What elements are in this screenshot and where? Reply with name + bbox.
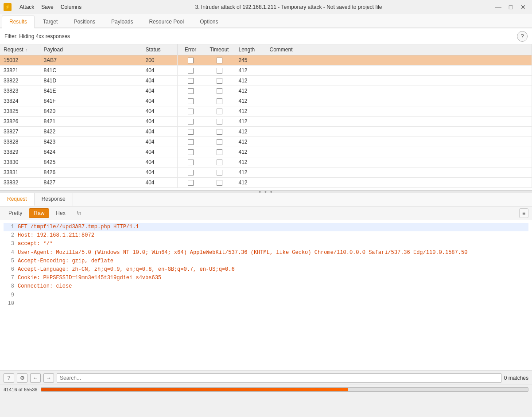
error-checkbox[interactable] [188, 98, 194, 104]
view-tab-newline[interactable]: \n [72, 208, 86, 218]
filter-help-button[interactable]: ? [517, 31, 528, 42]
error-checkbox[interactable] [188, 180, 194, 186]
error-checkbox[interactable] [188, 149, 194, 155]
table-row[interactable]: 15032 3AB7 200 245 [0, 55, 532, 66]
view-tab-hex[interactable]: Hex [51, 208, 70, 218]
cell-timeout [204, 96, 235, 106]
cell-length: 412 [235, 127, 266, 137]
tab-resource-pool[interactable]: Resource Pool [141, 16, 191, 27]
error-checkbox[interactable] [188, 58, 194, 63]
search-input[interactable] [57, 373, 501, 383]
error-checkbox[interactable] [188, 129, 194, 135]
cell-payload: 8423 [40, 137, 142, 147]
error-checkbox[interactable] [188, 139, 194, 145]
timeout-checkbox[interactable] [217, 58, 222, 63]
help-button[interactable]: ? [4, 373, 14, 383]
cell-error [177, 168, 204, 178]
cell-request: 33826 [0, 117, 40, 127]
error-checkbox[interactable] [188, 119, 194, 125]
header-length[interactable]: Length [235, 44, 266, 55]
cell-length: 412 [235, 96, 266, 106]
table-row[interactable]: 33827 8422 404 412 [0, 127, 532, 137]
error-checkbox[interactable] [188, 109, 194, 114]
cell-comment [266, 137, 532, 147]
close-button[interactable]: ✕ [518, 3, 528, 12]
cell-status: 404 [142, 76, 177, 86]
request-line: 10 [4, 300, 528, 308]
header-timeout[interactable]: Timeout [204, 44, 235, 55]
settings-button[interactable]: ⚙ [17, 373, 27, 383]
view-menu-button[interactable]: ≡ [519, 208, 528, 218]
error-checkbox[interactable] [188, 160, 194, 165]
request-line: 3accept: */* [4, 240, 528, 248]
tab-results[interactable]: Results [2, 16, 35, 28]
table-row[interactable]: 33828 8423 404 412 [0, 137, 532, 147]
maximize-button[interactable]: □ [505, 3, 516, 12]
cell-comment [266, 178, 532, 188]
header-status[interactable]: Status [142, 44, 177, 55]
table-row[interactable]: 33823 841E 404 412 [0, 86, 532, 96]
line-content: User-Agent: Mozilla/5.0 (Windows NT 10.0… [18, 249, 467, 257]
timeout-checkbox[interactable] [217, 170, 222, 175]
tab-payloads[interactable]: Payloads [104, 16, 140, 27]
table-row[interactable]: 33826 8421 404 412 [0, 117, 532, 127]
table-row[interactable]: 33824 841F 404 412 [0, 96, 532, 106]
tab-positions[interactable]: Positions [66, 16, 103, 27]
cell-request: 33831 [0, 168, 40, 178]
header-payload[interactable]: Payload [40, 44, 142, 55]
header-request[interactable]: Request ↑ [0, 44, 40, 55]
timeout-checkbox[interactable] [217, 88, 222, 94]
timeout-checkbox[interactable] [217, 98, 222, 104]
cell-length: 412 [235, 66, 266, 76]
view-tab-pretty[interactable]: Pretty [4, 208, 27, 218]
table-row[interactable]: 33821 841C 404 412 [0, 66, 532, 76]
line-number: 2 [4, 231, 14, 240]
line-number: 8 [4, 282, 14, 291]
timeout-checkbox[interactable] [217, 129, 222, 135]
cell-error [177, 55, 204, 66]
table-row[interactable]: 33829 8424 404 412 [0, 147, 532, 157]
timeout-checkbox[interactable] [217, 78, 222, 84]
cell-timeout [204, 106, 235, 117]
cell-timeout [204, 66, 235, 76]
error-checkbox[interactable] [188, 78, 194, 84]
cell-timeout [204, 147, 235, 157]
next-button[interactable]: → [43, 373, 54, 383]
tab-target[interactable]: Target [35, 16, 65, 27]
header-comment[interactable]: Comment [266, 44, 532, 55]
table-row[interactable]: 33822 841D 404 412 [0, 76, 532, 86]
prev-button[interactable]: ← [30, 373, 41, 383]
menu-save[interactable]: Save [39, 3, 56, 11]
header-error[interactable]: Error [177, 44, 204, 55]
tab-response[interactable]: Response [35, 193, 73, 206]
line-number: 9 [4, 291, 14, 300]
request-content: 1GET /tmpfile//upd3AB7.tmp.php HTTP/1.12… [0, 220, 532, 370]
error-checkbox[interactable] [188, 170, 194, 175]
timeout-checkbox[interactable] [217, 139, 222, 145]
timeout-checkbox[interactable] [217, 160, 222, 165]
cell-error [177, 86, 204, 96]
minimize-button[interactable]: — [493, 3, 504, 12]
menu-attack[interactable]: Attack [17, 3, 37, 11]
timeout-checkbox[interactable] [217, 109, 222, 114]
view-tab-raw[interactable]: Raw [29, 208, 49, 218]
cell-comment [266, 76, 532, 86]
cell-timeout [204, 86, 235, 96]
timeout-checkbox[interactable] [217, 119, 222, 125]
timeout-checkbox[interactable] [217, 68, 222, 74]
tab-request[interactable]: Request [0, 193, 35, 206]
cell-request: 33828 [0, 137, 40, 147]
table-row[interactable]: 33831 8426 404 412 [0, 168, 532, 178]
timeout-checkbox[interactable] [217, 180, 222, 186]
menu-columns[interactable]: Columns [58, 3, 84, 11]
table-row[interactable]: 33825 8420 404 412 [0, 106, 532, 117]
cell-payload: 8420 [40, 106, 142, 117]
error-checkbox[interactable] [188, 68, 194, 74]
table-row[interactable]: 33830 8425 404 412 [0, 157, 532, 168]
cell-length: 412 [235, 86, 266, 96]
tab-options[interactable]: Options [192, 16, 225, 27]
error-checkbox[interactable] [188, 88, 194, 94]
timeout-checkbox[interactable] [217, 149, 222, 155]
cell-payload: 8422 [40, 127, 142, 137]
table-row[interactable]: 33832 8427 404 412 [0, 178, 532, 188]
